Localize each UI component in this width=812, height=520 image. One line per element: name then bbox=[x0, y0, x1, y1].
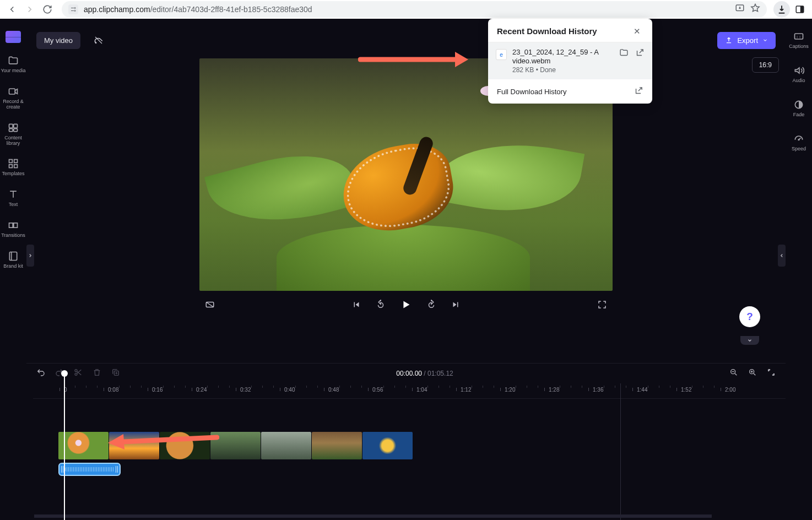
browser-forward-button[interactable] bbox=[22, 2, 37, 17]
timeline-tracks[interactable] bbox=[26, 399, 786, 520]
sidebar-item-fade[interactable]: Fade bbox=[786, 99, 812, 118]
browser-back-button[interactable] bbox=[4, 2, 20, 17]
sidebar-item-audio[interactable]: Audio bbox=[786, 65, 812, 84]
downloads-popup: Recent Download History ✕ e 23_01_2024, … bbox=[488, 19, 652, 104]
sidebar-item-content-library[interactable]: Content library bbox=[0, 122, 26, 147]
open-external-icon[interactable] bbox=[634, 86, 643, 97]
fullscreen-icon[interactable] bbox=[597, 300, 607, 312]
audio-clip[interactable] bbox=[58, 463, 121, 476]
svg-rect-8 bbox=[9, 128, 13, 131]
expand-right-panel-button[interactable] bbox=[778, 245, 786, 267]
play-button[interactable] bbox=[400, 299, 412, 313]
collapse-help-icon[interactable] bbox=[740, 336, 759, 345]
visibility-icon[interactable] bbox=[94, 35, 104, 45]
sidebar-label: Audio bbox=[792, 78, 805, 84]
open-external-icon[interactable] bbox=[635, 48, 645, 59]
clip-trim-handle-left[interactable] bbox=[61, 466, 63, 473]
bookmark-star-icon[interactable] bbox=[750, 3, 760, 15]
sidebar-item-text[interactable]: Text bbox=[0, 189, 26, 208]
skip-start-icon[interactable] bbox=[351, 300, 361, 312]
sidebar-item-record-create[interactable]: Record & create bbox=[0, 86, 26, 110]
audio-waveform bbox=[65, 467, 114, 472]
ruler-tick: 1:36 bbox=[593, 387, 603, 393]
ruler-tick: 1:44 bbox=[637, 387, 647, 393]
export-button[interactable]: Export bbox=[717, 32, 776, 49]
sidebar-label: Brand kit bbox=[3, 264, 23, 269]
address-bar[interactable]: app.clipchamp.com/editor/4ab7403d-2ff8-4… bbox=[62, 1, 767, 18]
timeline-ruler[interactable]: 00:080:160:240:320:400:480:561:041:121:2… bbox=[33, 383, 786, 399]
zoom-out-button[interactable] bbox=[729, 368, 738, 379]
split-button[interactable] bbox=[74, 368, 83, 379]
svg-rect-13 bbox=[14, 165, 18, 168]
skip-end-icon[interactable] bbox=[451, 300, 461, 312]
clipchamp-logo-icon bbox=[6, 31, 21, 43]
aspect-ratio-button[interactable]: 16:9 bbox=[752, 57, 779, 73]
svg-rect-9 bbox=[14, 128, 18, 131]
hide-preview-icon[interactable] bbox=[205, 300, 215, 312]
site-settings-icon[interactable] bbox=[68, 4, 78, 14]
svg-rect-5 bbox=[9, 89, 15, 94]
forward-icon[interactable] bbox=[426, 300, 436, 312]
project-title-button[interactable]: My video bbox=[36, 32, 80, 49]
rewind-icon[interactable] bbox=[376, 300, 386, 312]
ruler-tick: 0:08 bbox=[108, 387, 118, 393]
download-filename: 23_01_2024, 12_24_59 - A video.webm bbox=[512, 48, 614, 65]
url-text: app.clipchamp.com/editor/4ab7403d-2ff8-4… bbox=[84, 5, 312, 14]
sidebar-item-transitions[interactable]: Transitions bbox=[0, 220, 26, 239]
svg-rect-12 bbox=[9, 165, 13, 168]
timeline-scrollbar[interactable] bbox=[34, 514, 712, 518]
sidebar-label: Text bbox=[9, 202, 18, 208]
annotation-arrow bbox=[104, 429, 219, 453]
zoom-in-button[interactable] bbox=[748, 368, 757, 379]
export-label: Export bbox=[737, 36, 758, 45]
svg-line-27 bbox=[123, 437, 217, 442]
svg-rect-15 bbox=[14, 223, 18, 228]
install-app-icon[interactable] bbox=[735, 3, 745, 15]
playhead[interactable] bbox=[64, 373, 65, 520]
delete-button[interactable] bbox=[93, 368, 101, 379]
ruler-tick: 1:20 bbox=[505, 387, 515, 393]
clip-thumbnail[interactable] bbox=[261, 432, 311, 459]
clip-thumbnail[interactable] bbox=[58, 432, 109, 459]
downloads-popup-title: Recent Download History bbox=[497, 26, 597, 36]
sidebar-label: Transitions bbox=[1, 233, 25, 239]
help-button[interactable]: ? bbox=[739, 306, 760, 327]
ruler-tick: 0:32 bbox=[240, 387, 251, 393]
close-icon[interactable]: ✕ bbox=[630, 26, 643, 36]
svg-point-25 bbox=[798, 139, 799, 140]
svg-point-1 bbox=[74, 10, 75, 12]
ruler-tick: 0:24 bbox=[196, 387, 207, 393]
download-item[interactable]: e 23_01_2024, 12_24_59 - A video.webm 28… bbox=[488, 42, 652, 79]
sidebar-item-captions[interactable]: Captions bbox=[786, 31, 812, 50]
browser-reload-button[interactable] bbox=[40, 2, 55, 17]
svg-rect-16 bbox=[9, 252, 17, 261]
sidebar-item-brand-kit[interactable]: Brand kit bbox=[0, 251, 26, 269]
clip-trim-handle-right[interactable] bbox=[116, 466, 118, 473]
sidebar-label: Record & create bbox=[0, 99, 26, 110]
sidebar-item-your-media[interactable]: Your media bbox=[0, 55, 26, 74]
svg-rect-14 bbox=[9, 223, 13, 228]
undo-button[interactable] bbox=[36, 368, 45, 379]
sidebar-label: Captions bbox=[789, 44, 809, 50]
duplicate-button[interactable] bbox=[111, 368, 120, 379]
clip-thumbnail[interactable] bbox=[312, 432, 362, 459]
fit-timeline-button[interactable] bbox=[767, 368, 776, 379]
ruler-tick: 1:28 bbox=[549, 387, 559, 393]
svg-rect-10 bbox=[9, 160, 13, 163]
sidebar-item-templates[interactable]: Templates bbox=[0, 158, 26, 177]
clip-thumbnail[interactable] bbox=[362, 432, 413, 459]
file-type-icon: e bbox=[496, 49, 507, 60]
svg-rect-4 bbox=[800, 6, 804, 13]
full-download-history-link[interactable]: Full Download History bbox=[497, 88, 566, 96]
open-folder-icon[interactable] bbox=[619, 48, 629, 59]
downloads-button[interactable] bbox=[773, 1, 790, 18]
side-panel-icon[interactable] bbox=[792, 2, 808, 17]
ruler-tick: 0:16 bbox=[152, 387, 163, 393]
expand-left-panel-button[interactable] bbox=[26, 245, 34, 267]
sidebar-item-speed[interactable]: Speed bbox=[786, 133, 812, 152]
sidebar-label: Speed bbox=[792, 147, 806, 152]
svg-rect-7 bbox=[14, 124, 18, 128]
download-meta: 282 KB • Done bbox=[512, 66, 614, 74]
ruler-tick: 0:56 bbox=[372, 387, 383, 393]
ruler-tick: 1:12 bbox=[461, 387, 471, 393]
